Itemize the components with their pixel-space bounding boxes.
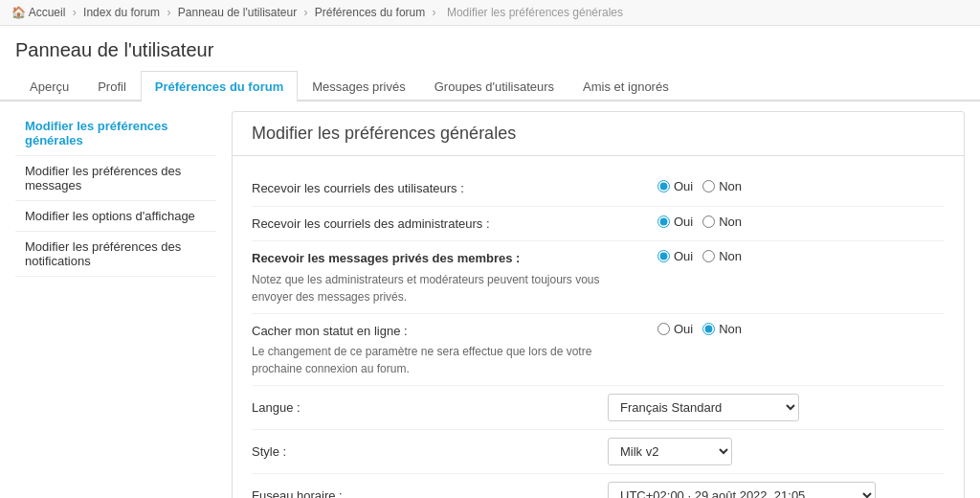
radio-oui-courriels-utilisateurs[interactable]: Oui bbox=[657, 179, 693, 193]
field-courriels-admins: Recevoir les courriels des administrateu… bbox=[252, 207, 945, 242]
breadcrumb-panel[interactable]: Panneau de l'utilisateur bbox=[178, 6, 297, 19]
sidebar-item-prefs-messages[interactable]: Modifier les préférences des messages bbox=[15, 156, 216, 201]
content-title: Modifier les préférences générales bbox=[233, 112, 964, 156]
radio-non-statut[interactable]: Non bbox=[702, 322, 742, 336]
field-fuseau-horaire: Fuseau horaire : UTC+02:00 · 29 août 202… bbox=[252, 474, 945, 498]
tab-apercu[interactable]: Aperçu bbox=[15, 71, 83, 102]
label-courriels-admins: Recevoir les courriels des administrateu… bbox=[252, 215, 657, 234]
breadcrumb: 🏠 Accueil › Index du forum › Panneau de … bbox=[0, 0, 980, 26]
control-style: Milk v2 bbox=[608, 438, 945, 465]
radio-non-courriels-admins[interactable]: Non bbox=[702, 215, 742, 229]
breadcrumb-prefs[interactable]: Préférences du forum bbox=[315, 6, 425, 19]
label-langue: Langue : bbox=[252, 398, 608, 418]
breadcrumb-home[interactable]: 🏠 Accueil bbox=[11, 6, 65, 19]
breadcrumb-sep: › bbox=[73, 6, 77, 19]
tabs-bar: Aperçu Profil Préférences du forum Messa… bbox=[0, 71, 980, 102]
field-style: Style : Milk v2 bbox=[252, 430, 945, 474]
field-langue: Langue : Français Standard bbox=[252, 386, 945, 430]
control-courriels-utilisateurs: Oui Non bbox=[657, 179, 945, 193]
radio-courriels-admins: Oui Non bbox=[657, 215, 742, 229]
main-layout: Modifier les préférences générales Modif… bbox=[0, 102, 980, 498]
radio-courriels-utilisateurs: Oui Non bbox=[657, 179, 742, 193]
sidebar: Modifier les préférences générales Modif… bbox=[15, 111, 216, 498]
breadcrumb-current: Modifier les préférences générales bbox=[447, 6, 623, 19]
label-style: Style : bbox=[252, 442, 608, 462]
breadcrumb-sep: › bbox=[304, 6, 308, 19]
tab-profil[interactable]: Profil bbox=[83, 71, 141, 102]
radio-oui-messages-prives[interactable]: Oui bbox=[657, 249, 693, 263]
radio-non-messages-prives[interactable]: Non bbox=[702, 249, 742, 263]
control-statut-en-ligne: Oui Non bbox=[657, 322, 945, 336]
content-area: Modifier les préférences générales Recev… bbox=[232, 111, 965, 498]
control-fuseau-horaire: UTC+02:00 · 29 août 2022, 21:05 Europe/P… bbox=[608, 482, 945, 498]
tab-groupes[interactable]: Groupes d'utilisateurs bbox=[420, 71, 568, 102]
label-fuseau-horaire: Fuseau horaire : bbox=[252, 482, 608, 498]
select-style[interactable]: Milk v2 bbox=[608, 438, 732, 465]
select-langue[interactable]: Français Standard bbox=[608, 394, 799, 421]
field-messages-prives: Recevoir les messages privés des membres… bbox=[252, 241, 945, 314]
breadcrumb-sep: › bbox=[433, 6, 436, 19]
tab-amis-ignores[interactable]: Amis et ignorés bbox=[568, 71, 683, 102]
field-courriels-utilisateurs: Recevoir les courriels des utilisateurs … bbox=[252, 171, 945, 207]
field-statut-en-ligne: Cacher mon statut en ligne : Le changeme… bbox=[252, 314, 945, 387]
label-statut-en-ligne: Cacher mon statut en ligne : Le changeme… bbox=[252, 322, 657, 378]
sidebar-item-prefs-notifications[interactable]: Modifier les préférences des notificatio… bbox=[15, 232, 216, 277]
control-courriels-admins: Oui Non bbox=[657, 215, 945, 229]
content-body: Recevoir les courriels des utilisateurs … bbox=[233, 156, 964, 498]
label-messages-prives: Recevoir les messages privés des membres… bbox=[252, 249, 657, 306]
radio-statut-en-ligne: Oui Non bbox=[657, 322, 742, 336]
radio-non-courriels-utilisateurs[interactable]: Non bbox=[702, 179, 742, 193]
radio-messages-prives: Oui Non bbox=[657, 249, 742, 263]
breadcrumb-sep: › bbox=[167, 6, 170, 19]
breadcrumb-index[interactable]: Index du forum bbox=[83, 6, 160, 19]
page-title: Panneau de l'utilisateur bbox=[0, 26, 980, 71]
tab-preferences-forum[interactable]: Préférences du forum bbox=[141, 71, 298, 102]
radio-oui-statut[interactable]: Oui bbox=[657, 322, 693, 336]
radio-oui-courriels-admins[interactable]: Oui bbox=[657, 215, 693, 229]
select-tz[interactable]: UTC+02:00 · 29 août 2022, 21:05 bbox=[608, 482, 876, 498]
control-messages-prives: Oui Non bbox=[657, 249, 945, 263]
label-courriels-utilisateurs: Recevoir les courriels des utilisateurs … bbox=[252, 179, 657, 198]
control-langue: Français Standard bbox=[608, 394, 945, 421]
sidebar-item-options-affichage[interactable]: Modifier les options d'affichage bbox=[15, 201, 216, 232]
sidebar-item-prefs-generales[interactable]: Modifier les préférences générales bbox=[15, 111, 216, 156]
tab-messages-prives[interactable]: Messages privés bbox=[298, 71, 420, 102]
